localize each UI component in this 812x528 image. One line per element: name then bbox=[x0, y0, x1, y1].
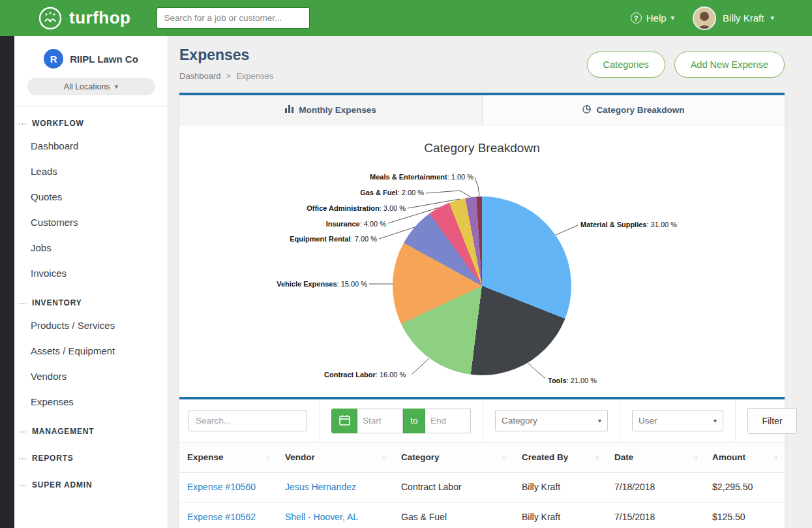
table-search-input[interactable] bbox=[188, 410, 307, 431]
vendor-link[interactable]: Shell - Hoover, AL bbox=[285, 512, 358, 522]
breadcrumb-dashboard[interactable]: Dashboard bbox=[179, 71, 221, 81]
sidebar-item-jobs[interactable]: Jobs bbox=[14, 235, 168, 260]
turfhop-logo-icon bbox=[38, 6, 63, 31]
table-row: Expense #10560 Jesus Hernandez Contract … bbox=[179, 472, 785, 502]
sidebar: R RIIPL Lawn Co All Locations ▾ ⋯ WORKFL… bbox=[14, 36, 168, 528]
date-end-input[interactable] bbox=[425, 409, 471, 433]
column-header-amount[interactable]: Amount↑↓ bbox=[704, 443, 785, 472]
ellipsis-icon: ⋯ bbox=[18, 119, 27, 128]
pie-chart-graphic bbox=[393, 196, 571, 375]
sort-icon: ↑↓ bbox=[502, 454, 506, 461]
chevron-down-icon: ▾ bbox=[671, 14, 675, 22]
sort-icon: ↑↓ bbox=[382, 454, 385, 461]
pie-label-insurance: Insurance: 4.00 % bbox=[326, 220, 386, 228]
amount-cell: $2,295.50 bbox=[704, 472, 785, 502]
ellipsis-icon: ⋯ bbox=[18, 454, 27, 463]
bar-chart-icon bbox=[285, 105, 293, 115]
table-header-row: Expense↑↓ Vendor↑↓ Category↑↓ Created By… bbox=[179, 443, 785, 472]
expense-link[interactable]: Expense #10560 bbox=[187, 482, 256, 492]
sidebar-item-quotes[interactable]: Quotes bbox=[14, 184, 168, 210]
section-label: MANAGEMENT bbox=[32, 427, 94, 436]
column-header-expense[interactable]: Expense↑↓ bbox=[179, 443, 277, 472]
sidebar-item-invoices[interactable]: Invoices bbox=[14, 260, 168, 286]
company-selector: R RIIPL Lawn Co bbox=[14, 36, 168, 76]
pie-label-contract-labor: Contract Labor: 16.00 % bbox=[324, 371, 406, 379]
sort-icon: ↑↓ bbox=[595, 454, 599, 461]
sidebar-item-expenses[interactable]: Expenses bbox=[14, 389, 168, 414]
user-menu[interactable]: Billy Kraft ▾ bbox=[693, 7, 774, 30]
created-by-cell: Billy Kraft bbox=[514, 502, 607, 528]
location-selector[interactable]: All Locations ▾ bbox=[27, 78, 155, 95]
sort-icon: ↑↓ bbox=[773, 454, 777, 461]
section-label: INVENTORY bbox=[32, 298, 82, 307]
date-range-to-label: to bbox=[403, 409, 425, 433]
pie-label-equipment-rental: Equipment Rental: 7.00 % bbox=[290, 235, 377, 243]
column-header-date[interactable]: Date↑↓ bbox=[607, 443, 704, 472]
add-new-expense-button[interactable]: Add New Expense bbox=[674, 52, 785, 78]
column-header-vendor[interactable]: Vendor↑↓ bbox=[277, 443, 393, 472]
expense-link[interactable]: Expense #10562 bbox=[187, 512, 256, 522]
breadcrumb-current: Expenses bbox=[236, 71, 273, 81]
pie-label-meals-entertainment: Meals & Entertainment: 1.00 % bbox=[370, 173, 474, 181]
pie-label-office-administration: Office Administration: 3.00 % bbox=[307, 204, 406, 212]
company-logo-icon: R bbox=[44, 49, 63, 69]
tab-monthly-expenses[interactable]: Monthly Expenses bbox=[179, 95, 482, 125]
chevron-down-icon: ▾ bbox=[115, 82, 119, 91]
sidebar-section-super-admin[interactable]: ⋯ SUPER ADMIN bbox=[14, 468, 168, 495]
pie-label-material-supplies: Material & Supplies: 31.00 % bbox=[580, 221, 677, 228]
global-search-input[interactable] bbox=[157, 7, 310, 29]
tab-category-breakdown[interactable]: Category Breakdown bbox=[482, 95, 785, 125]
app-logo[interactable]: turfhop bbox=[38, 6, 130, 31]
chart-card: Monthly Expenses Category Breakdown Cate… bbox=[179, 93, 785, 397]
chevron-down-icon: ▾ bbox=[714, 417, 717, 424]
sidebar-item-leads[interactable]: Leads bbox=[14, 159, 168, 184]
company-name: RIIPL Lawn Co bbox=[70, 54, 138, 65]
section-label: SUPER ADMIN bbox=[32, 480, 92, 489]
column-header-created-by[interactable]: Created By↑↓ bbox=[514, 443, 607, 472]
section-label: WORKFLOW bbox=[32, 119, 84, 128]
chevron-down-icon: ▾ bbox=[598, 417, 601, 424]
sidebar-item-assets-equipment[interactable]: Assets / Equipment bbox=[14, 338, 168, 364]
chart-title: Category Breakdown bbox=[179, 141, 785, 155]
help-menu[interactable]: ? Help ▾ bbox=[631, 12, 674, 23]
sidebar-section-inventory[interactable]: ⋯ INVENTORY bbox=[14, 286, 168, 313]
column-header-category[interactable]: Category↑↓ bbox=[393, 443, 514, 472]
date-cell: 7/18/2018 bbox=[607, 472, 704, 502]
sort-icon: ↑↓ bbox=[265, 454, 269, 461]
user-select[interactable]: User ▾ bbox=[632, 410, 723, 431]
expenses-table: Expense↑↓ Vendor↑↓ Category↑↓ Created By… bbox=[179, 443, 785, 528]
ellipsis-icon: ⋯ bbox=[18, 427, 27, 436]
table-row: Expense #10562 Shell - Hoover, AL Gas & … bbox=[179, 502, 785, 528]
sidebar-item-dashboard[interactable]: Dashboard bbox=[14, 133, 168, 159]
sidebar-item-vendors[interactable]: Vendors bbox=[14, 364, 168, 389]
date-start-input[interactable] bbox=[357, 409, 403, 433]
pie-label-tools: Tools: 21.00 % bbox=[548, 377, 597, 384]
section-label: REPORTS bbox=[32, 454, 74, 463]
categories-button[interactable]: Categories bbox=[587, 52, 665, 78]
help-icon: ? bbox=[631, 12, 642, 23]
date-range-picker: to bbox=[331, 409, 471, 433]
ellipsis-icon: ⋯ bbox=[18, 299, 27, 307]
category-select[interactable]: Category ▾ bbox=[495, 410, 608, 431]
main-content: Expenses Dashboard > Expenses Categories… bbox=[168, 36, 812, 528]
tab-label: Category Breakdown bbox=[596, 105, 684, 115]
sidebar-item-products-services[interactable]: Products / Services bbox=[14, 313, 168, 338]
sort-icon: ↑↓ bbox=[693, 454, 697, 461]
ellipsis-icon: ⋯ bbox=[18, 481, 27, 489]
sidebar-section-workflow[interactable]: ⋯ WORKFLOW bbox=[14, 106, 168, 133]
category-cell: Contract Labor bbox=[393, 472, 514, 502]
pie-chart: Category Breakdown Material & Supplies: … bbox=[179, 125, 785, 396]
vendor-link[interactable]: Jesus Hernandez bbox=[285, 482, 356, 492]
date-picker-button[interactable] bbox=[331, 409, 357, 433]
category-cell: Gas & Fuel bbox=[393, 502, 514, 528]
created-by-cell: Billy Kraft bbox=[514, 472, 607, 502]
amount-cell: $125.50 bbox=[704, 502, 785, 528]
tab-label: Monthly Expenses bbox=[299, 105, 376, 115]
filter-button[interactable]: Filter bbox=[747, 408, 797, 434]
sidebar-section-management[interactable]: ⋯ MANAGEMENT bbox=[14, 414, 168, 441]
breadcrumb: Dashboard > Expenses bbox=[179, 71, 273, 81]
top-bar: turfhop ? Help ▾ Billy Kraft ▾ bbox=[0, 0, 812, 36]
sidebar-section-reports[interactable]: ⋯ REPORTS bbox=[14, 441, 168, 468]
date-cell: 7/15/2018 bbox=[607, 502, 704, 528]
sidebar-item-customers[interactable]: Customers bbox=[14, 210, 168, 235]
